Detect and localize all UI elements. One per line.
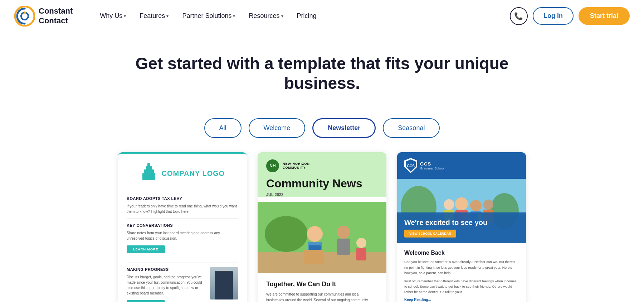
tmpl3-body: Welcome Back Can you believe the summer … [397,243,526,302]
svg-point-14 [337,226,350,239]
tmpl1-making-progress: MAKING PROGRESS Discuss budget, goals, a… [127,267,238,300]
chevron-down-icon: ▾ [124,14,126,19]
volunteer-scene-svg [258,202,386,273]
svg-point-32 [483,200,493,210]
tmpl1-section1-title: BOARD ADOPTS TAX LEVY [127,196,238,201]
tmpl3-header: GCS GCS Grammar School [397,152,526,179]
tmpl3-welcome-text2: First off, remember that different kids … [404,278,519,295]
tmpl3-banner: We're excited to see you View School Cal… [397,212,526,243]
hero-section: Get started with a template that fits yo… [0,32,644,104]
logo-text: Constant Contact [39,6,73,25]
template-community-news[interactable]: NH NEW HORIZONCOMMUNITY Community News J… [258,152,386,302]
chevron-down-icon: ▾ [233,14,235,19]
tmpl1-btn1[interactable]: LEARN MORE [127,245,165,253]
nav-item-features[interactable]: Features ▾ [134,9,174,23]
svg-rect-15 [337,239,350,255]
svg-point-26 [455,197,468,210]
tmpl2-body: Together, We Can Do It We are committed … [258,273,386,302]
nav-item-pricing[interactable]: Pricing [291,9,322,23]
svg-rect-3 [142,173,155,180]
svg-rect-12 [309,245,321,250]
templates-grid: COMPANY LOGO BOARD ADOPTS TAX LEVY If yo… [0,149,644,302]
nav-item-why-us[interactable]: Why Us ▾ [94,9,132,23]
tmpl2-headline: Community News [266,177,378,190]
tmpl1-section2-title: KEY CONVERSATIONS [127,223,238,227]
svg-point-10 [307,226,323,242]
header: Constant Contact Why Us ▾ Features ▾ Par… [0,0,644,32]
svg-rect-17 [356,248,366,260]
tmpl2-subheadline: Together, We Can Do It [266,281,378,288]
tmpl3-welcome-text1: Can you believe the summer is over alrea… [404,259,519,275]
svg-point-28 [470,200,482,211]
phone-icon: 📞 [514,12,523,20]
tab-newsletter[interactable]: Newsletter [312,118,376,138]
tmpl3-school-logo: GCS GCS Grammar School [404,158,444,173]
person-figure [210,267,238,299]
logo-icon [14,6,35,27]
hero-heading: Get started with a template that fits yo… [125,54,519,93]
svg-point-30 [444,199,454,210]
tmpl3-banner-button[interactable]: View School Calendar [404,230,456,238]
template-gcs-school[interactable]: GCS GCS Grammar School [397,152,526,302]
svg-point-16 [356,238,366,248]
tmpl1-section3-text: Discuss budget, goals, and the progress … [127,274,205,296]
school-name: GCS Grammar School [420,161,444,170]
tmpl1-btn2[interactable]: LEARN MORE [127,300,165,302]
tmpl1-section1-text: If your readers only have time to read o… [127,203,238,214]
tab-all[interactable]: All [204,118,241,138]
chevron-down-icon: ▾ [281,14,283,19]
template-board-newsletter[interactable]: COMPANY LOGO BOARD ADOPTS TAX LEVY If yo… [118,152,247,302]
tmpl3-keep-reading[interactable]: Keep Reading... [404,298,519,302]
tmpl3-welcome-title: Welcome Back [404,250,519,256]
company-logo-icon [140,162,157,185]
nav-item-resources[interactable]: Resources ▾ [243,9,289,23]
tmpl3-banner-text: We're excited to see you [404,218,519,227]
phone-button[interactable]: 📞 [510,7,528,25]
tmpl2-header: NH NEW HORIZONCOMMUNITY Community News J… [258,152,386,196]
nav-item-partner-solutions[interactable]: Partner Solutions ▾ [176,9,241,23]
shield-icon: GCS [404,158,417,173]
header-actions: 📞 Log in Start trial [510,7,630,25]
tmpl1-logo: COMPANY LOGO [127,162,238,185]
chevron-down-icon: ▾ [166,14,169,19]
logo[interactable]: Constant Contact [14,6,73,27]
svg-point-9 [265,216,308,252]
filter-tabs: All Welcome Newsletter Seasonal [0,104,644,149]
tmpl1-body: BOARD ADOPTS TAX LEVY If your readers on… [118,191,247,302]
tmpl2-date: JUL 2022 [266,192,378,197]
svg-rect-13 [304,250,324,264]
tab-welcome[interactable]: Welcome [249,118,306,138]
tmpl2-hero-image [258,202,386,273]
svg-text:GCS: GCS [407,164,415,168]
brand-name: NEW HORIZONCOMMUNITY [283,162,310,170]
tmpl1-making-text: MAKING PROGRESS Discuss budget, goals, a… [127,267,205,300]
main-nav: Why Us ▾ Features ▾ Partner Solutions ▾ … [94,9,510,23]
tmpl2-body-text: We are committed to supporting our commu… [266,292,378,302]
tmpl1-person-image [210,267,238,299]
tmpl3-hero-image: We're excited to see you View School Cal… [397,179,526,243]
svg-point-2 [24,11,26,14]
logo-line2: Contact [39,16,73,25]
svg-rect-6 [147,163,150,167]
tmpl2-brand: NH NEW HORIZONCOMMUNITY [266,159,378,172]
login-button[interactable]: Log in [533,7,574,25]
tmpl1-logo-text: COMPANY LOGO [162,169,225,178]
tmpl1-section2-text: Share notes from your last board meeting… [127,230,238,241]
logo-line1: Constant [39,6,73,16]
start-trial-button[interactable]: Start trial [579,7,630,25]
tmpl1-header: COMPANY LOGO [118,154,247,191]
tmpl1-section3-title: MAKING PROGRESS [127,267,205,272]
tab-seasonal[interactable]: Seasonal [383,118,440,138]
brand-icon: NH [266,159,279,172]
